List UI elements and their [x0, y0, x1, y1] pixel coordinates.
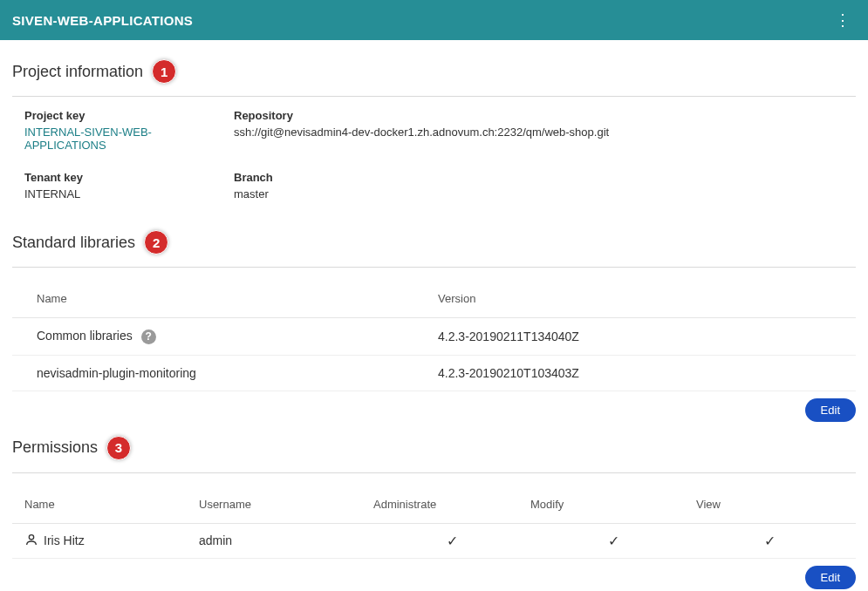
- permissions-heading-row: Permissions 3: [12, 436, 856, 460]
- branch-field: Branch master: [234, 171, 844, 200]
- table-row: Iris Hitz admin ✓ ✓ ✓: [12, 524, 856, 559]
- project-info-grid: Project key INTERNAL-SIVEN-WEB-APPLICATI…: [12, 109, 856, 200]
- libraries-heading: Standard libraries: [12, 234, 135, 252]
- library-name: nevisadmin-plugin-monitoring: [37, 366, 196, 380]
- check-icon: ✓: [764, 533, 776, 548]
- library-version-cell: 4.2.3-20190211T134040Z: [438, 329, 831, 343]
- permission-username-cell: admin: [199, 533, 373, 547]
- edit-button[interactable]: Edit: [805, 566, 856, 589]
- divider: [12, 267, 856, 268]
- svg-point-0: [29, 534, 33, 539]
- person-icon: [24, 533, 38, 549]
- annotation-badge-2: 2: [144, 230, 168, 255]
- permission-name: Iris Hitz: [44, 533, 85, 547]
- tenant-key-value: INTERNAL: [24, 187, 216, 200]
- project-info-heading-row: Project information 1: [12, 59, 856, 84]
- library-version-cell: 4.2.3-20190210T103403Z: [438, 366, 831, 380]
- project-key-field: Project key INTERNAL-SIVEN-WEB-APPLICATI…: [24, 109, 216, 152]
- permission-modify-cell: ✓: [530, 533, 696, 549]
- repository-field: Repository ssh://git@nevisadmin4-dev-doc…: [234, 109, 844, 152]
- permissions-table-header: Name Username Administrate Modify View: [12, 486, 856, 524]
- project-key-label: Project key: [24, 109, 216, 122]
- permissions-col-username: Username: [199, 498, 373, 511]
- permissions-heading: Permissions: [12, 438, 98, 457]
- tenant-key-field: Tenant key INTERNAL: [24, 171, 216, 200]
- libraries-col-name: Name: [37, 292, 438, 305]
- check-icon: ✓: [447, 533, 458, 548]
- library-name-cell: Common libraries ?: [37, 329, 438, 344]
- permissions-col-name: Name: [24, 498, 199, 511]
- permissions-col-administrate: Administrate: [373, 498, 530, 511]
- permissions-col-view: View: [696, 498, 844, 511]
- libraries-col-version: Version: [438, 292, 831, 305]
- permission-name-cell: Iris Hitz: [24, 533, 199, 549]
- permissions-col-modify: Modify: [530, 498, 696, 511]
- edit-button[interactable]: Edit: [805, 398, 856, 422]
- divider: [12, 96, 856, 97]
- main-content: Project information 1 Project key INTERN…: [0, 59, 868, 591]
- more-menu-icon[interactable]: ⋮: [831, 9, 854, 31]
- table-row: nevisadmin-plugin-monitoring 4.2.3-20190…: [12, 356, 856, 391]
- libraries-heading-row: Standard libraries 2: [12, 230, 856, 255]
- header-title: SIVEN-WEB-APPLICATIONS: [12, 13, 193, 28]
- branch-value: master: [234, 187, 844, 200]
- repository-value: ssh://git@nevisadmin4-dev-docker1.zh.adn…: [234, 126, 844, 139]
- permissions-edit-row: Edit: [12, 559, 856, 589]
- repository-label: Repository: [234, 109, 844, 122]
- table-row: Common libraries ? 4.2.3-20190211T134040…: [12, 318, 856, 356]
- check-icon: ✓: [608, 533, 619, 548]
- branch-label: Branch: [234, 171, 844, 184]
- library-name-cell: nevisadmin-plugin-monitoring: [37, 366, 438, 380]
- divider: [12, 472, 856, 473]
- project-info-heading: Project information: [12, 63, 143, 81]
- permission-admin-cell: ✓: [373, 533, 530, 549]
- libraries-edit-row: Edit: [12, 391, 856, 422]
- help-icon[interactable]: ?: [141, 329, 156, 344]
- project-key-value[interactable]: INTERNAL-SIVEN-WEB-APPLICATIONS: [24, 126, 216, 152]
- annotation-badge-1: 1: [152, 59, 176, 84]
- app-header: SIVEN-WEB-APPLICATIONS ⋮: [0, 0, 868, 40]
- libraries-table-header: Name Version: [12, 280, 856, 318]
- annotation-badge-3: 3: [106, 436, 131, 460]
- permission-view-cell: ✓: [696, 533, 844, 549]
- library-name: Common libraries: [37, 329, 133, 343]
- tenant-key-label: Tenant key: [24, 171, 216, 184]
